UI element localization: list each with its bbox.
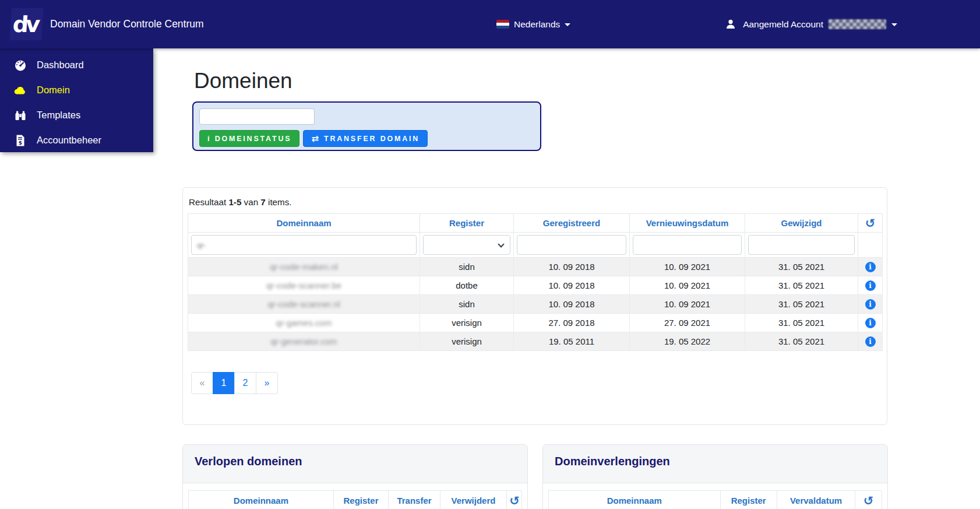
table-row: qr-generator.com verisign 19. 05 2011 19…: [188, 332, 883, 351]
domain-name-redacted: qr-code-scanner.be: [266, 280, 341, 290]
expired-domains-card: Verlopen domeinen Domeinnaam Register Tr…: [182, 444, 528, 509]
modified-cell: 31. 05 2021: [745, 332, 858, 351]
sidebar-item-label: Domein: [37, 85, 70, 96]
sidebar-item-label: Dashboard: [37, 59, 84, 71]
transfer-domain-button[interactable]: ⇄ TRANSFER DOMAIN: [303, 130, 428, 147]
register-cell: sidn: [420, 258, 514, 276]
column-header-vernieuwingsdatum[interactable]: Vernieuwingsdatum: [630, 214, 745, 233]
account-menu[interactable]: Aangemeld Account: [724, 0, 897, 48]
column-header-vervaldatum[interactable]: Vervaldatum: [777, 491, 855, 509]
register-cell: dotbe: [420, 276, 514, 295]
domain-search-input[interactable]: [199, 108, 315, 125]
pagination-page-1[interactable]: 1: [213, 372, 235, 394]
pagination-prev[interactable]: «: [191, 372, 213, 394]
domain-name-redacted: qr-generator.com: [270, 336, 337, 346]
summary-prefix: Resultaat: [189, 197, 226, 207]
account-label: Aangemeld Account: [743, 19, 823, 30]
domeinstatus-button[interactable]: i DOMEINSTATUS: [199, 130, 299, 147]
domains-results-card: Resultaat 1-5 van 7 items. Domeinnaam Re…: [182, 187, 887, 425]
undo-icon[interactable]: ↺: [865, 216, 876, 230]
sidebar-item-dashboard[interactable]: Dashboard: [0, 52, 153, 78]
undo-icon[interactable]: ↺: [509, 494, 520, 507]
table-row: qr-code-scanner.nl sidn 10. 09 2018 10. …: [188, 295, 883, 314]
expired-domains-header: Verlopen domeinen: [183, 445, 527, 483]
column-header-verwijderd[interactable]: Verwijderd: [440, 491, 506, 509]
column-header-geregistreerd[interactable]: Geregistreerd: [514, 214, 630, 233]
transfer-icon: ⇄: [311, 134, 319, 144]
registered-cell: 19. 05 2011: [514, 332, 630, 351]
register-cell: verisign: [420, 332, 514, 351]
modified-cell: 31. 05 2021: [745, 295, 858, 314]
pagination-page-2[interactable]: 2: [234, 372, 256, 394]
column-header-register[interactable]: Register: [720, 491, 777, 509]
table-row: qr-games.com verisign 27. 09 2018 27. 09…: [188, 314, 883, 332]
expired-domains-body: Domeinnaam Register Transfer Verwijderd …: [183, 483, 527, 509]
renewal-cell: 10. 09 2021: [630, 295, 745, 314]
filter-value-redacted: qr-: [197, 241, 206, 250]
domain-renewals-title: Domeinverlengingen: [555, 455, 670, 468]
pagination: « 1 2 »: [191, 372, 278, 394]
table-header-row: Domeinnaam Register Transfer Verwijderd …: [189, 491, 522, 509]
sidebar-item-label: Accountbeheer: [37, 135, 101, 146]
language-label: Nederlands: [514, 19, 560, 30]
column-header-register[interactable]: Register: [333, 491, 388, 509]
domain-renewals-card: Domeinverlengingen Domeinnaam Register V…: [542, 444, 888, 509]
filter-geregistreerd-input[interactable]: [517, 235, 626, 255]
info-circle-icon[interactable]: i: [865, 336, 876, 347]
info-circle-icon[interactable]: i: [865, 299, 876, 310]
cloud-icon: [13, 85, 27, 96]
register-cell: verisign: [420, 314, 514, 332]
results-summary: Resultaat 1-5 van 7 items.: [189, 197, 882, 207]
table-row: qr-code-scanner.be dotbe 10. 09 2018 10.…: [188, 276, 883, 295]
expired-domains-table: Domeinnaam Register Transfer Verwijderd …: [188, 490, 522, 509]
filter-register-select[interactable]: [423, 235, 510, 255]
renewal-cell: 10. 09 2021: [630, 258, 745, 276]
sidebar-item-templates[interactable]: Templates: [0, 103, 153, 128]
modified-cell: 31. 05 2021: [745, 276, 858, 295]
registered-cell: 10. 09 2018: [514, 276, 630, 295]
svg-text:$: $: [19, 139, 22, 145]
sidebar-item-label: Templates: [37, 110, 80, 121]
file-invoice-dollar-icon: $: [13, 135, 27, 146]
column-header-register[interactable]: Register: [420, 214, 514, 233]
column-header-transfer[interactable]: Transfer: [389, 491, 440, 509]
dv-logo-icon: dv: [9, 8, 44, 40]
filter-gewijzigd-input[interactable]: [748, 235, 855, 255]
bottom-panels-row: Verlopen domeinen Domeinnaam Register Tr…: [182, 444, 888, 509]
app-title: Domain Vendor Controle Centrum: [50, 18, 204, 30]
renewal-cell: 19. 05 2022: [630, 332, 745, 351]
column-header-gewijzigd[interactable]: Gewijzigd: [745, 214, 858, 233]
top-navbar: dv Domain Vendor Controle Centrum Nederl…: [0, 0, 980, 48]
sidebar-item-domein[interactable]: Domein: [0, 78, 153, 103]
table-row: qr-code-maken.nl sidn 10. 09 2018 10. 09…: [188, 258, 883, 276]
account-number-redacted: [829, 19, 886, 29]
info-circle-icon[interactable]: i: [865, 262, 876, 272]
column-header-domeinnaam[interactable]: Domeinnaam: [189, 491, 334, 509]
filter-vernieuwingsdatum-input[interactable]: [633, 235, 742, 255]
pagination-next[interactable]: »: [256, 372, 278, 394]
chevron-down-icon: [565, 23, 570, 26]
column-header-domeinnaam[interactable]: Domeinnaam: [549, 491, 721, 509]
reset-filters-header: ↺: [858, 214, 883, 233]
domain-renewals-table: Domeinnaam Register Vervaldatum ↺: [548, 490, 882, 509]
domeinstatus-button-label: DOMEINSTATUS: [215, 135, 292, 143]
transfer-domain-button-label: TRANSFER DOMAIN: [324, 135, 420, 143]
info-circle-icon[interactable]: i: [865, 318, 876, 328]
summary-suffix: items.: [268, 197, 292, 207]
chevron-down-icon: [891, 23, 897, 26]
table-header-row: Domeinnaam Register Vervaldatum ↺: [549, 491, 882, 509]
column-header-domeinnaam[interactable]: Domeinnaam: [188, 214, 420, 233]
expired-domains-title: Verlopen domeinen: [195, 455, 302, 468]
filter-row: qr-: [188, 233, 883, 258]
language-selector[interactable]: Nederlands: [496, 0, 570, 48]
domain-renewals-header: Domeinverlengingen: [543, 445, 887, 483]
registered-cell: 27. 09 2018: [514, 314, 630, 332]
reset-filters-header: ↺: [855, 491, 882, 509]
sidebar-item-accountbeheer[interactable]: $ Accountbeheer: [0, 128, 153, 153]
undo-icon[interactable]: ↺: [863, 494, 874, 507]
registered-cell: 10. 09 2018: [514, 258, 630, 276]
modified-cell: 31. 05 2021: [745, 314, 858, 332]
filter-domeinnaam-input[interactable]: qr-: [191, 235, 417, 255]
domain-name-redacted: qr-games.com: [276, 318, 332, 328]
info-circle-icon[interactable]: i: [865, 280, 876, 291]
